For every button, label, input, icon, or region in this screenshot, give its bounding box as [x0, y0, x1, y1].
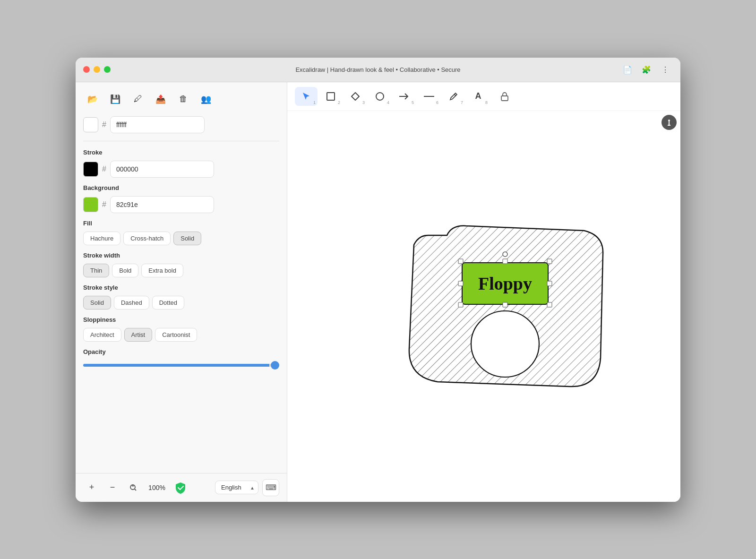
svg-rect-1: [327, 93, 335, 100]
floppy-hole: [471, 311, 539, 377]
handle-tl: [458, 259, 463, 264]
toolbar-row: 📂 💾 🖊 📤 🗑 👥: [76, 82, 287, 112]
share-button[interactable]: 📤: [151, 90, 170, 109]
tool-number-3: 3: [362, 100, 365, 105]
window-title: Excalidraw | Hand-drawn look & feel • Co…: [295, 66, 460, 73]
language-select[interactable]: English Español Français Deutsch 中文: [215, 481, 258, 494]
fill-label: Fill: [83, 220, 279, 227]
background-color-input[interactable]: [110, 116, 205, 133]
properties-panel: Stroke # Background # Fill Hachure: [76, 141, 287, 473]
text-tool-button[interactable]: A 8: [467, 87, 490, 106]
select-tool-button[interactable]: 1: [295, 87, 318, 106]
stroke-extrabold-button[interactable]: Extra bold: [141, 264, 183, 277]
corner-pin: [662, 115, 677, 130]
pencil-tool-button[interactable]: 7: [442, 87, 465, 106]
stroke-thin-button[interactable]: Thin: [83, 264, 109, 277]
canvas-content[interactable]: Floppy: [287, 111, 680, 502]
stroke-hash: #: [102, 165, 106, 173]
shield-button[interactable]: [172, 479, 189, 496]
handle-tc: [503, 259, 507, 264]
fill-solid-button[interactable]: Solid: [173, 232, 201, 245]
traffic-lights: [83, 66, 111, 73]
sloppiness-options: Architect Artist Cartoonist: [83, 328, 279, 342]
stroke-width-options: Thin Bold Extra bold: [83, 264, 279, 277]
handle-bl: [458, 302, 463, 307]
drawing-toolbar: 1 2 3 4: [287, 82, 680, 111]
svg-marker-2: [352, 93, 359, 100]
sloppiness-label: Sloppiness: [83, 316, 279, 323]
background-label: Background: [83, 184, 279, 191]
new-file-button[interactable]: 📄: [620, 62, 635, 77]
rectangle-tool-button[interactable]: 2: [319, 87, 342, 106]
zoom-reset-button[interactable]: [125, 479, 142, 496]
background-color-row: #: [76, 112, 287, 141]
floppy-drawing: Floppy: [390, 207, 617, 405]
handle-ml: [458, 281, 463, 286]
sloppiness-artist-button[interactable]: Artist: [124, 328, 153, 342]
svg-rect-7: [501, 96, 508, 101]
opacity-label: Opacity: [83, 348, 279, 355]
open-file-button[interactable]: 📂: [83, 90, 102, 109]
floppy-svg: Floppy: [390, 207, 617, 405]
floppy-text: Floppy: [478, 274, 532, 293]
app-body: 📂 💾 🖊 📤 🗑 👥 # Stroke #: [76, 82, 680, 502]
export-button[interactable]: 🖊: [129, 90, 147, 109]
bottom-bar: + − 100% English Español Français: [76, 473, 287, 502]
sloppiness-architect-button[interactable]: Architect: [83, 328, 121, 342]
handle-br: [547, 302, 552, 307]
fill-options: Hachure Cross-hatch Solid: [83, 232, 279, 245]
stroke-dashed-button[interactable]: Dashed: [114, 296, 149, 310]
save-button[interactable]: 💾: [106, 90, 125, 109]
left-panel: 📂 💾 🖊 📤 🗑 👥 # Stroke #: [76, 82, 287, 502]
tool-number-6: 6: [436, 100, 438, 105]
stroke-label: Stroke: [83, 149, 279, 156]
tool-number-7: 7: [461, 100, 463, 105]
arrow-tool-button[interactable]: 5: [393, 87, 416, 106]
opacity-slider[interactable]: [83, 364, 279, 367]
title-bar: Excalidraw | Hand-drawn look & feel • Co…: [76, 58, 680, 82]
maximize-button[interactable]: [104, 66, 111, 73]
tool-number-5: 5: [412, 100, 414, 105]
stroke-width-label: Stroke width: [83, 252, 279, 259]
lock-button[interactable]: [495, 87, 514, 106]
stroke-style-label: Stroke style: [83, 284, 279, 291]
close-button[interactable]: [83, 66, 90, 73]
stroke-color-swatch[interactable]: [83, 162, 98, 177]
diamond-tool-button[interactable]: 3: [344, 87, 367, 106]
rotate-handle: [503, 252, 507, 257]
background-color-field-row: #: [83, 196, 279, 213]
stroke-bold-button[interactable]: Bold: [112, 264, 138, 277]
collaborate-button[interactable]: 👥: [197, 90, 215, 109]
background-color-field-input[interactable]: [110, 196, 214, 213]
line-tool-button[interactable]: 6: [418, 87, 440, 106]
hash-symbol: #: [102, 120, 106, 129]
delete-button[interactable]: 🗑: [174, 90, 193, 109]
stroke-dotted-button[interactable]: Dotted: [152, 296, 184, 310]
zoom-out-button[interactable]: −: [104, 479, 121, 496]
tool-number-2: 2: [338, 100, 340, 105]
minimize-button[interactable]: [94, 66, 100, 73]
zoom-in-button[interactable]: +: [83, 479, 100, 496]
background-color-swatch[interactable]: [83, 117, 98, 132]
keyboard-button[interactable]: ⌨: [262, 479, 279, 496]
app-window: Excalidraw | Hand-drawn look & feel • Co…: [76, 58, 680, 502]
tool-number-8: 8: [485, 100, 488, 105]
fill-crosshatch-button[interactable]: Cross-hatch: [123, 232, 171, 245]
ellipse-tool-button[interactable]: 4: [369, 87, 391, 106]
stroke-color-input[interactable]: [110, 161, 214, 178]
title-actions: 📄 🧩 ⋮: [620, 62, 673, 77]
zoom-level: 100%: [146, 484, 168, 491]
stroke-color-row: #: [83, 161, 279, 178]
sloppiness-cartoonist-button[interactable]: Cartoonist: [155, 328, 197, 342]
menu-button[interactable]: ⋮: [658, 62, 673, 77]
language-area: English Español Français Deutsch 中文 ▲ ⌨: [215, 479, 279, 496]
handle-mr: [547, 281, 552, 286]
plugin-button[interactable]: 🧩: [639, 62, 654, 77]
handle-tr: [547, 259, 552, 264]
tool-number-4: 4: [387, 100, 389, 105]
stroke-solid-button[interactable]: Solid: [83, 296, 111, 310]
background-color-swatch-green[interactable]: [83, 197, 98, 212]
svg-line-6: [454, 94, 456, 96]
fill-hachure-button[interactable]: Hachure: [83, 232, 120, 245]
language-wrapper: English Español Français Deutsch 中文 ▲: [215, 481, 258, 494]
